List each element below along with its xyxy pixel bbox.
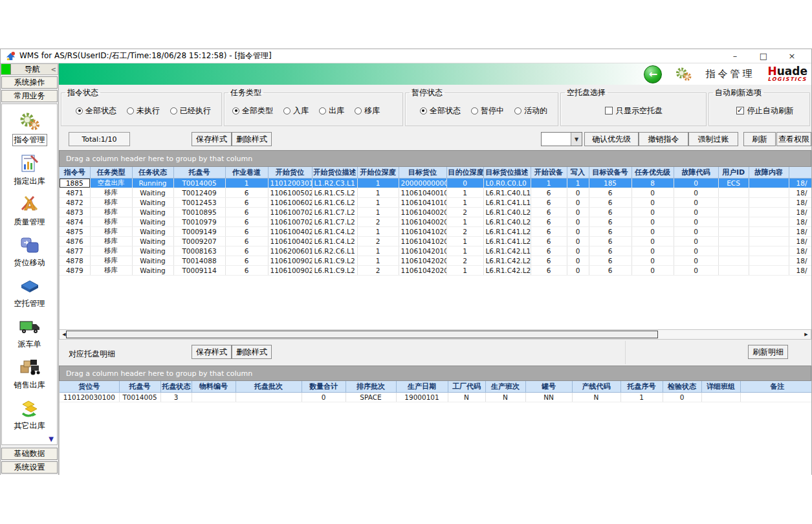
cell[interactable]: T0014005 xyxy=(119,392,160,402)
cell[interactable]: 2 xyxy=(446,256,483,265)
cell[interactable]: 18/ xyxy=(789,236,811,246)
column-header[interactable]: 详细班组 xyxy=(701,381,740,392)
cell[interactable]: 0 xyxy=(567,226,589,236)
column-header[interactable]: 物料编号 xyxy=(192,381,236,392)
cell[interactable]: L6.R1.C41.L2 xyxy=(483,226,531,236)
cell[interactable]: 4877 xyxy=(60,246,90,256)
cell[interactable]: 0 xyxy=(567,256,589,265)
cell[interactable]: N xyxy=(448,392,485,402)
cell[interactable]: 0 xyxy=(302,392,346,402)
refresh-detail-button[interactable]: 刷新明细 xyxy=(748,345,788,359)
cell[interactable]: 0 xyxy=(567,217,589,226)
detail-save-style-button[interactable]: 保存样式 xyxy=(192,345,232,359)
cell[interactable]: 19000101 xyxy=(396,392,448,402)
cell[interactable]: 0 xyxy=(674,178,718,188)
scrollbar-thumb[interactable] xyxy=(66,331,658,338)
cell[interactable]: 110120030100 xyxy=(268,178,312,188)
cell[interactable]: NN xyxy=(525,392,572,402)
cell[interactable]: T0014088 xyxy=(173,256,225,265)
cell[interactable]: 4878 xyxy=(60,256,90,265)
cell[interactable]: L0.R0.C0.L0 xyxy=(483,178,531,188)
cell[interactable]: 0 xyxy=(674,236,718,246)
cell[interactable]: 0 xyxy=(631,265,674,275)
cell[interactable] xyxy=(749,207,789,217)
cell[interactable]: 0 xyxy=(674,197,718,207)
cell[interactable]: L6.R1.C9.L2 xyxy=(312,256,357,265)
back-button[interactable]: ← xyxy=(644,65,662,83)
table-row[interactable]: 4877移库WaitingT00081636110620060100L6.R2.… xyxy=(60,246,811,256)
cell[interactable]: 1 xyxy=(531,178,567,188)
radio-option[interactable]: 入库 xyxy=(283,105,309,116)
cell[interactable]: 18/ xyxy=(789,226,811,236)
cell[interactable]: L6.R1.C4.L2 xyxy=(312,226,357,236)
cell[interactable]: 3 xyxy=(160,392,192,402)
checkbox-option[interactable]: ✓停止自动刷新 xyxy=(736,105,794,116)
cell[interactable] xyxy=(749,265,789,275)
cell[interactable]: N xyxy=(485,392,525,402)
cell[interactable]: 18/ xyxy=(789,217,811,226)
column-header[interactable]: 开始货位 xyxy=(268,167,312,178)
cell[interactable]: 6 xyxy=(589,217,631,226)
cell[interactable]: 110610400200 xyxy=(399,217,446,226)
cell[interactable]: Waiting xyxy=(132,246,173,256)
table-row[interactable]: 4878移库WaitingT00140886110610090200L6.R1.… xyxy=(60,256,811,265)
cell[interactable]: 0 xyxy=(631,226,674,236)
column-header[interactable]: 排序批次 xyxy=(346,381,396,392)
cell[interactable]: 0 xyxy=(674,188,718,197)
column-header[interactable]: 开始位深度 xyxy=(357,167,399,178)
cell[interactable]: 1 xyxy=(620,392,663,402)
column-header[interactable]: 罐号 xyxy=(525,381,572,392)
cell[interactable]: ECS xyxy=(718,178,749,188)
cell[interactable]: 6 xyxy=(589,256,631,265)
view-rights-button[interactable]: 查看权限 xyxy=(776,132,811,146)
cell[interactable]: 1 xyxy=(567,178,589,188)
cell[interactable]: 110610420100 xyxy=(399,246,446,256)
detail-delete-style-button[interactable]: 删除样式 xyxy=(232,345,272,359)
cell[interactable]: 移库 xyxy=(90,197,132,207)
cell[interactable]: 1 xyxy=(357,256,399,265)
cell[interactable] xyxy=(749,236,789,246)
sidebar-section-base-data[interactable]: 基础数据 xyxy=(1,448,58,460)
cell[interactable]: 110610070200 xyxy=(268,217,312,226)
cell[interactable]: 18/ xyxy=(789,265,811,275)
radio-option[interactable]: 暂停中 xyxy=(471,105,504,116)
column-header[interactable]: 用户ID xyxy=(718,167,749,178)
confirm-priority-button[interactable]: 确认优先级 xyxy=(584,132,639,146)
sidebar-item-command-mgmt[interactable]: 指令管理 xyxy=(12,111,47,146)
cell[interactable] xyxy=(718,226,749,236)
cell[interactable] xyxy=(749,188,789,197)
cell[interactable]: 1 xyxy=(357,246,399,256)
cell[interactable]: 4874 xyxy=(60,217,90,226)
cell[interactable]: 110610410200 xyxy=(399,226,446,236)
cell[interactable]: 6 xyxy=(225,265,268,275)
table-row[interactable]: 4872移库WaitingT00124536110610060200L6.R1.… xyxy=(60,197,811,207)
table-row[interactable]: 4874移库WaitingT00109796110610070200L6.R1.… xyxy=(60,217,811,226)
cell[interactable]: L6.R1.C42.L2 xyxy=(483,265,531,275)
column-header[interactable]: 开始设备 xyxy=(531,167,567,178)
cell[interactable]: 2 xyxy=(446,226,483,236)
column-header[interactable]: 任务状态 xyxy=(132,167,173,178)
cell[interactable]: 110120030100 xyxy=(60,392,119,402)
radio-option[interactable]: 全部状态 xyxy=(420,105,461,116)
cell[interactable]: 6 xyxy=(225,246,268,256)
radio-option[interactable]: 已经执行 xyxy=(170,105,211,116)
column-header[interactable]: 作业巷道 xyxy=(225,167,268,178)
column-header[interactable]: 故障内容 xyxy=(749,167,789,178)
cell[interactable]: 4872 xyxy=(60,197,90,207)
cell[interactable]: 移库 xyxy=(90,207,132,217)
column-header[interactable]: 生产班次 xyxy=(485,381,525,392)
cell[interactable]: 移库 xyxy=(90,217,132,226)
cell[interactable] xyxy=(749,226,789,236)
radio-option[interactable]: 全部状态 xyxy=(76,105,116,116)
cell[interactable]: L6.R1.C40.L1 xyxy=(483,188,531,197)
column-header[interactable]: 开始货位描述 xyxy=(312,167,357,178)
cell[interactable]: 8 xyxy=(631,178,674,188)
cell[interactable]: 18/ xyxy=(789,246,811,256)
cell[interactable]: 4875 xyxy=(60,226,90,236)
cell[interactable]: 110610410200 xyxy=(399,236,446,246)
cell[interactable] xyxy=(718,197,749,207)
cell[interactable] xyxy=(749,178,789,188)
cell[interactable]: L6.R2.C6.L1 xyxy=(312,246,357,256)
radio-option[interactable]: 移库 xyxy=(355,105,380,116)
cell[interactable]: 1 xyxy=(357,197,399,207)
